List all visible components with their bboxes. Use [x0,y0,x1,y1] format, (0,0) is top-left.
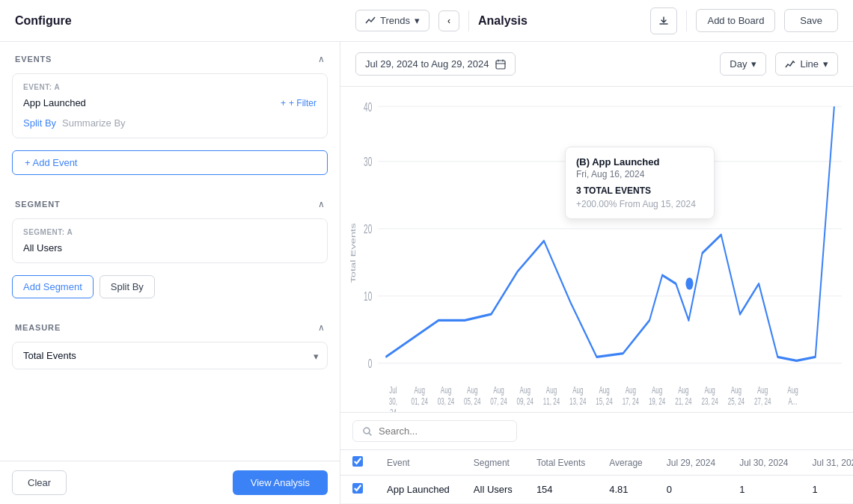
table-col-jul30: Jul 30, 2024 [727,450,800,476]
events-chevron-icon[interactable]: ∧ [318,54,325,64]
chart-tooltip: (B) App Launched Fri, Aug 16, 2024 3 TOT… [565,147,715,219]
view-analysis-button[interactable]: View Analysis [233,470,328,495]
svg-text:10: 10 [364,290,373,304]
table-col-checkbox [340,450,375,476]
row-jul30: 1 [727,476,800,504]
table-search-area [340,413,853,450]
event-split-by-button[interactable]: Split By [23,117,56,129]
svg-text:03, 24: 03, 24 [438,396,454,406]
segment-input[interactable] [23,242,317,253]
download-icon [658,16,669,26]
data-table: Event Segment Total Events Average Jul 2… [340,450,853,504]
segment-split-by-button[interactable]: Split By [100,275,155,298]
row-segment: All Users [462,476,525,504]
svg-rect-0 [496,61,505,69]
svg-text:A...: A... [788,396,797,406]
svg-line-46 [369,433,371,435]
trends-button[interactable]: Trends ▾ [355,10,429,31]
measure-section-label: MEASURE [15,323,61,332]
measure-select[interactable]: Total Events [12,342,328,369]
measure-section-header: MEASURE ∧ [0,310,340,339]
row-total-events: 154 [525,476,597,504]
svg-text:05, 24: 05, 24 [464,396,480,406]
svg-text:Aug: Aug [787,384,798,395]
svg-text:Aug: Aug [731,384,742,395]
svg-text:13, 24: 13, 24 [569,396,586,406]
row-jul29: 0 [655,476,727,504]
svg-text:24: 24 [390,407,397,412]
add-to-board-button[interactable]: Add to Board [696,9,775,32]
add-segment-button[interactable]: Add Segment [12,275,94,298]
svg-text:20: 20 [364,223,373,236]
bottom-actions-bar: Clear View Analysis [0,461,340,504]
chart-type-button[interactable]: Line ▾ [775,52,838,76]
event-a-label: EVENT: A [23,83,317,91]
svg-text:40: 40 [364,100,373,114]
svg-text:01, 24: 01, 24 [412,396,428,406]
svg-text:30,: 30, [389,396,397,406]
svg-text:Aug: Aug [493,384,504,395]
add-event-button[interactable]: + Add Event [12,150,328,175]
row-jul31: 1 [801,476,853,504]
table-header-row: Event Segment Total Events Average Jul 2… [340,450,853,476]
filter-label: + Filter [289,98,317,108]
tooltip-events-count: 3 TOTAL EVENTS [576,185,703,196]
table-search-input[interactable] [379,425,507,437]
filter-button[interactable]: + + Filter [281,98,317,108]
search-icon [362,426,373,437]
svg-text:19, 24: 19, 24 [649,396,665,406]
row-checkbox-cell [340,476,375,504]
event-a-card: EVENT: A App Launched + + Filter Split B… [12,73,328,138]
segment-section-label: SEGMENT [15,200,61,209]
date-range-text: Jul 29, 2024 to Aug 29, 2024 [365,58,489,70]
chart-area: 0 10 20 30 40 Total Events Jul 30, 24 [340,87,853,412]
tooltip-dot [685,277,693,289]
segment-a-card: SEGMENT: A [12,218,328,263]
chevron-left-icon: ‹ [447,16,450,26]
svg-text:09, 24: 09, 24 [517,396,533,406]
table-col-average: Average [597,450,654,476]
table-col-total-events: Total Events [525,450,597,476]
svg-text:Aug: Aug [757,384,768,395]
row-event-name: App Launched [375,476,462,504]
svg-text:0: 0 [368,357,373,371]
summarize-by-button[interactable]: Summarize By [62,117,126,129]
svg-text:25, 24: 25, 24 [728,396,745,406]
chart-type-chevron-icon: ▾ [823,58,828,70]
tooltip-change-value: +200.00% [576,199,617,209]
plus-icon: + [281,98,286,108]
svg-text:Aug: Aug [467,384,477,395]
svg-text:11, 24: 11, 24 [543,396,560,406]
granularity-button[interactable]: Day ▾ [720,52,766,76]
svg-text:07, 24: 07, 24 [490,396,507,406]
segment-chevron-icon[interactable]: ∧ [318,199,325,209]
add-event-plus-icon: + [25,157,33,168]
svg-text:Jul: Jul [389,384,397,395]
events-section-label: EVENTS [15,55,52,64]
segment-section-header: SEGMENT ∧ [0,187,340,215]
svg-text:23, 24: 23, 24 [701,396,718,406]
svg-text:17, 24: 17, 24 [623,396,639,406]
svg-text:Aug: Aug [678,384,688,395]
svg-text:27, 24: 27, 24 [754,396,771,406]
clear-button[interactable]: Clear [12,470,67,495]
row-checkbox[interactable] [352,483,363,494]
calendar-icon [495,59,506,70]
table-header-checkbox[interactable] [352,456,363,467]
table-col-jul29: Jul 29, 2024 [655,450,727,476]
row-average: 4.81 [597,476,654,504]
date-range-button[interactable]: Jul 29, 2024 to Aug 29, 2024 [355,52,516,76]
svg-text:Aug: Aug [415,384,425,395]
tooltip-from-date: From Aug 15, 2024 [620,199,696,209]
table-col-segment: Segment [462,450,525,476]
data-table-section: Event Segment Total Events Average Jul 2… [340,412,853,504]
event-name: App Launched [23,97,275,108]
collapse-panel-button[interactable]: ‹ [438,10,459,31]
svg-text:Aug: Aug [704,384,715,395]
download-button[interactable] [650,7,677,34]
measure-chevron-icon[interactable]: ∧ [318,322,325,333]
svg-text:15, 24: 15, 24 [596,396,612,406]
save-button[interactable]: Save [784,9,838,32]
trends-label: Trends [380,15,410,26]
svg-text:Aug: Aug [652,384,662,395]
